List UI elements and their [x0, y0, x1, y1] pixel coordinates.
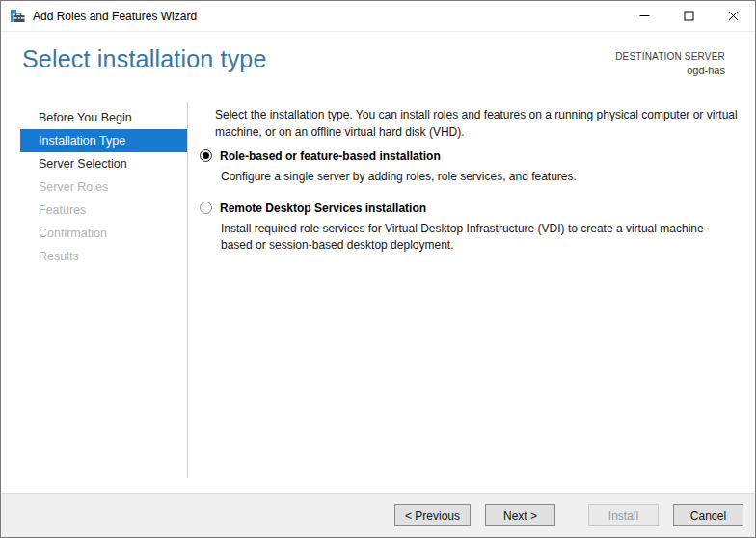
sidebar-item-results: Results: [20, 245, 187, 268]
installation-type-intro: Select the installation type. You can in…: [215, 106, 743, 141]
wizard-footer: < Previous Next > Install Cancel: [1, 493, 755, 537]
option-remote-desktop: Remote Desktop Services installation Ins…: [200, 199, 738, 254]
maximize-button[interactable]: [666, 1, 711, 31]
destination-server-block: DESTINATION SERVER ogd-has: [615, 51, 725, 76]
page-title: Select installation type: [22, 45, 267, 73]
server-manager-toolbox-icon: [10, 9, 25, 24]
title-bar: Add Roles and Features Wizard: [1, 1, 755, 32]
sidebar-item-server-selection[interactable]: Server Selection: [20, 152, 187, 175]
wizard-window: Add Roles and Features Wizard Select ins…: [0, 0, 756, 538]
sidebar-item-features: Features: [20, 199, 187, 222]
role-based-radio-label[interactable]: Role-based or feature-based installation: [220, 149, 441, 163]
caption-buttons: [622, 1, 755, 31]
sidebar-item-installation-type[interactable]: Installation Type: [20, 129, 187, 152]
role-based-radio[interactable]: [200, 149, 212, 162]
destination-server-label: DESTINATION SERVER: [615, 51, 725, 62]
minimize-icon: [639, 11, 650, 21]
wizard-steps-nav: Before You Begin Installation Type Serve…: [1, 106, 187, 268]
sidebar-item-server-roles: Server Roles: [20, 175, 187, 199]
cancel-button[interactable]: Cancel: [673, 504, 743, 526]
role-based-description: Configure a single server by adding role…: [221, 169, 738, 185]
maximize-icon: [684, 11, 694, 21]
remote-desktop-radio[interactable]: [200, 202, 212, 214]
sidebar-item-confirmation: Confirmation: [20, 222, 187, 245]
destination-server-name: ogd-has: [615, 65, 725, 76]
minimize-button[interactable]: [622, 1, 666, 31]
window-title: Add Roles and Features Wizard: [33, 10, 197, 23]
sidebar-divider: [187, 102, 188, 478]
remote-desktop-radio-label[interactable]: Remote Desktop Services installation: [220, 202, 426, 215]
close-button[interactable]: [711, 1, 755, 31]
previous-button[interactable]: < Previous: [394, 504, 471, 526]
close-icon: [728, 11, 739, 21]
remote-desktop-description: Install required role services for Virtu…: [221, 221, 738, 254]
option-role-based: Role-based or feature-based installation…: [200, 147, 738, 185]
sidebar-item-before-you-begin[interactable]: Before You Begin: [20, 106, 187, 129]
install-button: Install: [588, 504, 659, 526]
next-button[interactable]: Next >: [485, 504, 555, 526]
